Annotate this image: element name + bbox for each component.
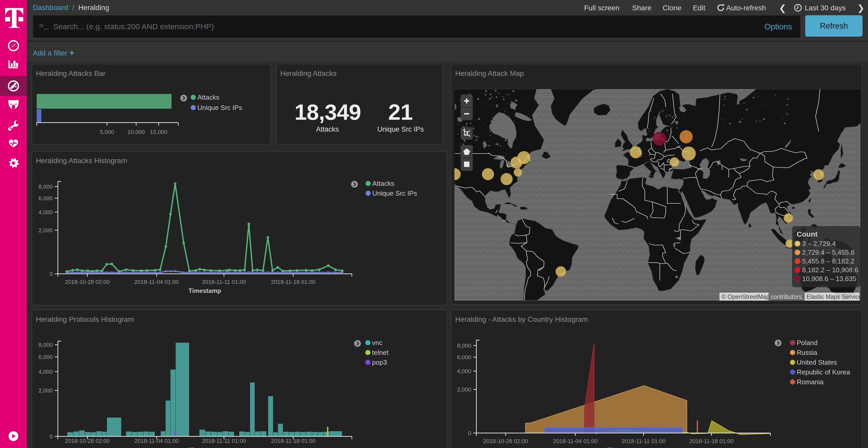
- svg-text:5,455.8 – 8,182.2: 5,455.8 – 8,182.2: [802, 257, 854, 265]
- svg-text:© OpenStreetMap: © OpenStreetMap: [721, 294, 770, 300]
- svg-text:6,000: 6,000: [38, 354, 53, 360]
- svg-text:10,000: 10,000: [127, 129, 145, 135]
- svg-text:United States: United States: [797, 358, 837, 366]
- svg-text:Russia: Russia: [797, 349, 817, 356]
- svg-text:2018-11-18 01:00: 2018-11-18 01:00: [271, 438, 315, 444]
- svg-text:2018-11-11 01:00: 2018-11-11 01:00: [622, 438, 665, 444]
- svg-text:Timestamp: Timestamp: [607, 446, 640, 448]
- svg-text:4,000: 4,000: [38, 209, 53, 215]
- svg-text:pop3: pop3: [372, 358, 387, 366]
- svg-text:5,000: 5,000: [100, 129, 114, 135]
- svg-text:telnet: telnet: [372, 349, 389, 356]
- svg-text:2018-11-04 01:00: 2018-11-04 01:00: [134, 438, 179, 444]
- svg-text:2018-11-18 01:00: 2018-11-18 01:00: [689, 438, 734, 444]
- svg-text:Poland: Poland: [797, 339, 817, 347]
- svg-text:2018-11-18 01:00: 2018-11-18 01:00: [271, 279, 315, 285]
- svg-text:8,000: 8,000: [457, 342, 471, 349]
- svg-text:Unique Src IPs: Unique Src IPs: [372, 189, 417, 197]
- svg-text:4,000: 4,000: [457, 368, 471, 374]
- svg-text:2,729.4 – 5,455.8: 2,729.4 – 5,455.8: [802, 248, 854, 256]
- svg-text:2,000: 2,000: [38, 387, 53, 394]
- svg-text:6,000: 6,000: [457, 354, 471, 360]
- svg-text:2018-10-28 02:00: 2018-10-28 02:00: [483, 438, 528, 444]
- svg-text:3 – 2,729.4: 3 – 2,729.4: [802, 240, 836, 247]
- svg-text:4,000: 4,000: [38, 369, 53, 375]
- svg-text:Romania: Romania: [797, 378, 824, 386]
- svg-text:2018-10-28 02:00: 2018-10-28 02:00: [65, 438, 110, 444]
- svg-text:6,000: 6,000: [38, 195, 53, 202]
- svg-text:8,000: 8,000: [38, 342, 53, 348]
- svg-text:0: 0: [50, 271, 53, 277]
- svg-text:Republic of Korea: Republic of Korea: [797, 368, 850, 376]
- svg-text:contributors,: contributors,: [771, 294, 803, 300]
- svg-text:0: 0: [468, 430, 471, 436]
- svg-text:0: 0: [50, 433, 53, 440]
- svg-text:2018-11-04 01:00: 2018-11-04 01:00: [134, 279, 179, 285]
- svg-text:Unique Src IPs: Unique Src IPs: [197, 104, 242, 111]
- svg-text:Timestamp: Timestamp: [189, 446, 221, 448]
- svg-text:Elastic Maps Service: Elastic Maps Service: [807, 294, 861, 300]
- svg-text:15,000: 15,000: [150, 129, 167, 135]
- svg-text:2018-11-11 01:00: 2018-11-11 01:00: [202, 279, 246, 285]
- svg-text:10,908.6 – 13,635: 10,908.6 – 13,635: [802, 275, 857, 283]
- svg-text:2018-10-28 02:00: 2018-10-28 02:00: [65, 279, 110, 285]
- svg-text:8,182.2 – 10,908.6: 8,182.2 – 10,908.6: [802, 266, 858, 274]
- svg-text:Attacks: Attacks: [372, 180, 394, 187]
- svg-text:2,000: 2,000: [457, 386, 471, 393]
- svg-text:2018-11-04 01:00: 2018-11-04 01:00: [553, 438, 597, 444]
- svg-text:Timestamp: Timestamp: [189, 287, 221, 294]
- svg-text:Count: Count: [797, 230, 817, 238]
- svg-text:vnc: vnc: [372, 339, 382, 347]
- svg-text:2,000: 2,000: [38, 227, 53, 234]
- svg-text:2018-11-11 01:00: 2018-11-11 01:00: [202, 438, 246, 444]
- svg-text:Attacks: Attacks: [197, 94, 219, 101]
- svg-text:8,000: 8,000: [38, 183, 53, 190]
